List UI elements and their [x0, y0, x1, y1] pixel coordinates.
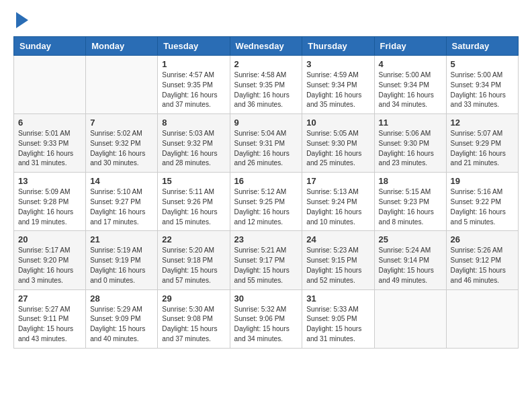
day-number: 26: [451, 234, 514, 244]
header-day-monday: Monday: [86, 37, 158, 56]
day-number: 4: [379, 59, 442, 69]
day-info: Sunrise: 5:24 AM Sunset: 9:14 PM Dayligh…: [379, 246, 442, 285]
calendar-header: SundayMondayTuesdayWednesdayThursdayFrid…: [14, 37, 519, 56]
day-info: Sunrise: 5:02 AM Sunset: 9:32 PM Dayligh…: [90, 129, 153, 169]
day-number: 8: [162, 118, 225, 128]
day-info: Sunrise: 5:20 AM Sunset: 9:18 PM Dayligh…: [162, 246, 225, 285]
day-number: 21: [90, 234, 153, 244]
day-info: Sunrise: 5:32 AM Sunset: 9:06 PM Dayligh…: [234, 305, 298, 345]
calendar-cell: [446, 289, 518, 348]
day-info: Sunrise: 5:30 AM Sunset: 9:08 PM Dayligh…: [162, 305, 225, 345]
page-header: [13, 13, 519, 26]
day-number: 19: [451, 176, 514, 186]
header-day-sunday: Sunday: [14, 37, 86, 56]
logo-arrow-icon: [16, 12, 28, 28]
day-number: 20: [18, 234, 81, 244]
calendar-cell: 23Sunrise: 5:21 AM Sunset: 9:17 PM Dayli…: [230, 231, 302, 289]
day-info: Sunrise: 5:21 AM Sunset: 9:17 PM Dayligh…: [234, 246, 298, 285]
day-info: Sunrise: 5:00 AM Sunset: 9:34 PM Dayligh…: [451, 71, 514, 110]
header-row: SundayMondayTuesdayWednesdayThursdayFrid…: [14, 37, 519, 56]
day-info: Sunrise: 5:00 AM Sunset: 9:34 PM Dayligh…: [379, 71, 442, 110]
day-info: Sunrise: 5:33 AM Sunset: 9:05 PM Dayligh…: [306, 305, 369, 345]
calendar-cell: 15Sunrise: 5:11 AM Sunset: 9:26 PM Dayli…: [158, 173, 230, 231]
day-number: 6: [18, 118, 81, 128]
day-number: 7: [90, 118, 153, 128]
day-number: 25: [379, 234, 442, 244]
week-row-5: 27Sunrise: 5:27 AM Sunset: 9:11 PM Dayli…: [14, 289, 519, 348]
header-day-friday: Friday: [374, 37, 446, 56]
day-info: Sunrise: 4:58 AM Sunset: 9:35 PM Dayligh…: [234, 71, 298, 110]
day-number: 30: [234, 293, 298, 304]
day-number: 2: [234, 59, 298, 69]
day-number: 22: [162, 234, 225, 244]
day-info: Sunrise: 5:05 AM Sunset: 9:30 PM Dayligh…: [306, 129, 369, 169]
day-number: 10: [306, 118, 369, 128]
day-number: 23: [234, 234, 298, 244]
day-info: Sunrise: 5:10 AM Sunset: 9:27 PM Dayligh…: [90, 187, 153, 227]
calendar-cell: 9Sunrise: 5:04 AM Sunset: 9:31 PM Daylig…: [230, 114, 302, 173]
day-number: 14: [90, 176, 153, 186]
week-row-4: 20Sunrise: 5:17 AM Sunset: 9:20 PM Dayli…: [14, 231, 519, 289]
day-info: Sunrise: 5:23 AM Sunset: 9:15 PM Dayligh…: [306, 246, 369, 285]
day-number: 1: [162, 59, 225, 69]
day-info: Sunrise: 5:07 AM Sunset: 9:29 PM Dayligh…: [451, 129, 514, 169]
calendar-cell: 30Sunrise: 5:32 AM Sunset: 9:06 PM Dayli…: [230, 289, 302, 348]
day-info: Sunrise: 5:13 AM Sunset: 9:24 PM Dayligh…: [306, 187, 369, 227]
calendar-cell: 8Sunrise: 5:03 AM Sunset: 9:32 PM Daylig…: [158, 114, 230, 173]
day-number: 12: [451, 118, 514, 128]
calendar-cell: 10Sunrise: 5:05 AM Sunset: 9:30 PM Dayli…: [302, 114, 374, 173]
day-info: Sunrise: 4:57 AM Sunset: 9:35 PM Dayligh…: [162, 71, 225, 110]
day-number: 11: [379, 118, 442, 128]
day-info: Sunrise: 5:15 AM Sunset: 9:23 PM Dayligh…: [379, 187, 442, 227]
calendar-cell: 27Sunrise: 5:27 AM Sunset: 9:11 PM Dayli…: [14, 289, 86, 348]
header-day-thursday: Thursday: [302, 37, 374, 56]
calendar-cell: 4Sunrise: 5:00 AM Sunset: 9:34 PM Daylig…: [374, 56, 446, 114]
header-day-saturday: Saturday: [446, 37, 518, 56]
calendar-cell: 29Sunrise: 5:30 AM Sunset: 9:08 PM Dayli…: [158, 289, 230, 348]
header-day-wednesday: Wednesday: [230, 37, 302, 56]
calendar-cell: 5Sunrise: 5:00 AM Sunset: 9:34 PM Daylig…: [446, 56, 518, 114]
day-number: 16: [234, 176, 298, 186]
day-number: 29: [162, 293, 225, 304]
calendar-cell: 14Sunrise: 5:10 AM Sunset: 9:27 PM Dayli…: [86, 173, 158, 231]
week-row-2: 6Sunrise: 5:01 AM Sunset: 9:33 PM Daylig…: [14, 114, 519, 173]
day-number: 17: [306, 176, 369, 186]
day-info: Sunrise: 5:19 AM Sunset: 9:19 PM Dayligh…: [90, 246, 153, 285]
header-day-tuesday: Tuesday: [158, 37, 230, 56]
calendar-cell: [374, 289, 446, 348]
calendar-cell: 12Sunrise: 5:07 AM Sunset: 9:29 PM Dayli…: [446, 114, 518, 173]
week-row-1: 1Sunrise: 4:57 AM Sunset: 9:35 PM Daylig…: [14, 56, 519, 114]
day-info: Sunrise: 5:11 AM Sunset: 9:26 PM Dayligh…: [162, 187, 225, 227]
day-number: 24: [306, 234, 369, 244]
calendar-cell: 18Sunrise: 5:15 AM Sunset: 9:23 PM Dayli…: [374, 173, 446, 231]
calendar-cell: 11Sunrise: 5:06 AM Sunset: 9:30 PM Dayli…: [374, 114, 446, 173]
day-number: 9: [234, 118, 298, 128]
day-info: Sunrise: 5:16 AM Sunset: 9:22 PM Dayligh…: [451, 187, 514, 227]
day-number: 13: [18, 176, 81, 186]
calendar-table: SundayMondayTuesdayWednesdayThursdayFrid…: [13, 36, 519, 349]
day-info: Sunrise: 5:27 AM Sunset: 9:11 PM Dayligh…: [18, 305, 81, 345]
calendar-cell: 1Sunrise: 4:57 AM Sunset: 9:35 PM Daylig…: [158, 56, 230, 114]
day-number: 27: [18, 293, 81, 304]
day-info: Sunrise: 5:26 AM Sunset: 9:12 PM Dayligh…: [451, 246, 514, 285]
day-number: 31: [306, 293, 369, 304]
week-row-3: 13Sunrise: 5:09 AM Sunset: 9:28 PM Dayli…: [14, 173, 519, 231]
day-number: 28: [90, 293, 153, 304]
calendar-cell: 22Sunrise: 5:20 AM Sunset: 9:18 PM Dayli…: [158, 231, 230, 289]
day-info: Sunrise: 4:59 AM Sunset: 9:34 PM Dayligh…: [306, 71, 369, 110]
calendar-cell: 20Sunrise: 5:17 AM Sunset: 9:20 PM Dayli…: [14, 231, 86, 289]
calendar-cell: 24Sunrise: 5:23 AM Sunset: 9:15 PM Dayli…: [302, 231, 374, 289]
day-info: Sunrise: 5:03 AM Sunset: 9:32 PM Dayligh…: [162, 129, 225, 169]
calendar-body: 1Sunrise: 4:57 AM Sunset: 9:35 PM Daylig…: [14, 56, 519, 349]
logo: [13, 13, 28, 26]
calendar-cell: 13Sunrise: 5:09 AM Sunset: 9:28 PM Dayli…: [14, 173, 86, 231]
day-info: Sunrise: 5:06 AM Sunset: 9:30 PM Dayligh…: [379, 129, 442, 169]
day-number: 3: [306, 59, 369, 69]
calendar-cell: 6Sunrise: 5:01 AM Sunset: 9:33 PM Daylig…: [14, 114, 86, 173]
calendar-cell: 16Sunrise: 5:12 AM Sunset: 9:25 PM Dayli…: [230, 173, 302, 231]
calendar-cell: 17Sunrise: 5:13 AM Sunset: 9:24 PM Dayli…: [302, 173, 374, 231]
calendar-cell: 31Sunrise: 5:33 AM Sunset: 9:05 PM Dayli…: [302, 289, 374, 348]
calendar-cell: 26Sunrise: 5:26 AM Sunset: 9:12 PM Dayli…: [446, 231, 518, 289]
calendar-cell: 28Sunrise: 5:29 AM Sunset: 9:09 PM Dayli…: [86, 289, 158, 348]
day-info: Sunrise: 5:01 AM Sunset: 9:33 PM Dayligh…: [18, 129, 81, 169]
